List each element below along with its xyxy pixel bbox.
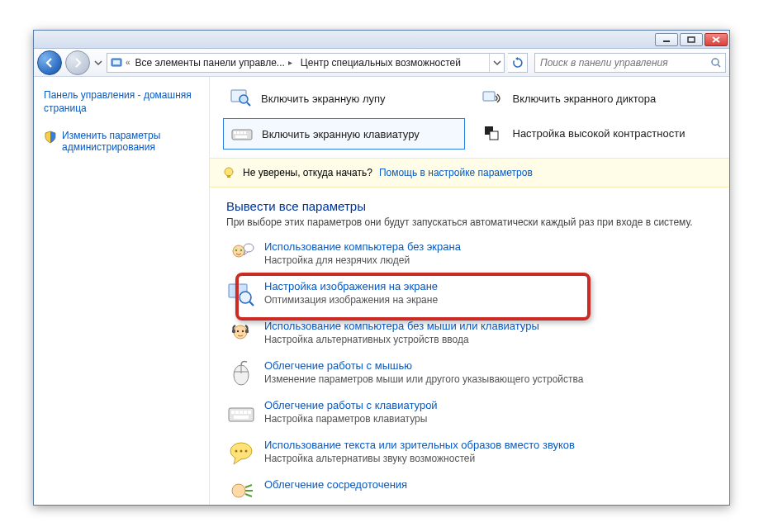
sidebar-item-admin[interactable]: Изменить параметры администрирования	[44, 130, 199, 153]
lightbulb-icon	[221, 165, 236, 180]
option-sounds: Использование текста или зрительных обра…	[226, 435, 713, 474]
svg-point-23	[235, 249, 237, 251]
svg-point-46	[240, 450, 243, 453]
option-link[interactable]: Использование текста или зрительных обра…	[264, 439, 575, 451]
option-link[interactable]: Настройка изображения на экране	[264, 280, 438, 292]
speech-bubble-icon	[226, 439, 256, 468]
svg-rect-5	[113, 60, 120, 64]
magnifier-icon	[230, 88, 253, 108]
svg-point-25	[244, 244, 254, 252]
help-link[interactable]: Помощь в настройке параметров	[379, 167, 533, 178]
svg-rect-11	[232, 130, 252, 140]
option-link[interactable]: Облегчение работы с клавиатурой	[264, 399, 438, 411]
quick-high-contrast[interactable]: Настройка высокой контрастности	[475, 118, 717, 148]
svg-rect-12	[234, 131, 236, 134]
option-desc: Настройка параметров клавиатуры	[264, 413, 438, 425]
mouse-icon	[226, 359, 256, 389]
help-bar: Не уверены, откуда начать? Помощь в наст…	[210, 158, 729, 188]
svg-rect-21	[227, 175, 230, 178]
svg-line-28	[249, 302, 254, 306]
option-desc: Оптимизация изображения на экране	[264, 294, 438, 306]
svg-rect-19	[490, 131, 498, 140]
option-link[interactable]: Облегчение работы с мышью	[264, 359, 583, 372]
breadcrumb-all-items[interactable]: Все элементы панели управле... ▸	[130, 54, 296, 72]
navbar: « Все элементы панели управле... ▸ Центр…	[34, 49, 729, 77]
section-subtext: При выборе этих параметров они будут зап…	[226, 216, 713, 228]
option-link[interactable]: Использование компьютера без мыши или кл…	[264, 320, 539, 332]
option-no-mouse-keyboard: Использование компьютера без мыши или кл…	[226, 316, 713, 355]
quick-access-row: Включить экранную лупу Включить экранную…	[210, 77, 729, 158]
body-area: Панель управления - домашняя страница Из…	[34, 77, 729, 505]
forward-button[interactable]	[65, 50, 90, 75]
svg-point-33	[242, 330, 244, 332]
option-mouse: Облегчение работы с мышью Изменение пара…	[226, 355, 713, 395]
chevron-right-icon: ▸	[288, 58, 292, 67]
breadcrumb-ease-of-access[interactable]: Центр специальных возможностей	[296, 54, 464, 72]
option-display: Настройка изображения на экране Оптимиза…	[226, 276, 713, 316]
sidebar-item-label: Изменить параметры администрирования	[62, 130, 199, 153]
svg-point-27	[240, 292, 251, 303]
breadcrumb-label: Центр специальных возможностей	[301, 57, 461, 69]
control-panel-window: « Все элементы панели управле... ▸ Центр…	[33, 30, 730, 506]
svg-point-9	[240, 95, 248, 103]
svg-rect-39	[235, 411, 239, 414]
svg-point-6	[712, 59, 719, 65]
search-icon	[707, 57, 725, 69]
svg-rect-37	[229, 408, 254, 421]
quick-label: Включить экранную клавиатуру	[262, 128, 420, 140]
minimize-button[interactable]	[655, 33, 678, 46]
contrast-icon	[481, 123, 505, 143]
option-desc: Изменение параметров мыши или другого ук…	[264, 373, 583, 385]
breadcrumb: « Все элементы панели управле... ▸ Центр…	[107, 53, 505, 73]
quick-onscreen-keyboard[interactable]: Включить экранную клавиатуру	[223, 118, 465, 150]
sidebar: Панель управления - домашняя страница Из…	[34, 77, 209, 505]
search-input[interactable]	[535, 57, 707, 69]
focus-icon	[226, 478, 256, 505]
search-box[interactable]	[534, 53, 726, 73]
person-talk-icon	[226, 240, 256, 270]
maximize-button[interactable]	[680, 33, 703, 46]
quick-label: Настройка высокой контрастности	[513, 127, 685, 140]
svg-line-10	[247, 102, 250, 106]
sidebar-home-link[interactable]: Панель управления - домашняя страница	[44, 88, 199, 115]
titlebar	[34, 31, 729, 49]
option-keyboard: Облегчение работы с клавиатурой Настройк…	[226, 395, 713, 435]
help-text: Не уверены, откуда начать?	[243, 167, 372, 178]
section-heading: Вывести все параметры	[226, 199, 713, 213]
breadcrumb-dropdown[interactable]	[489, 54, 504, 72]
option-link[interactable]: Облегчение сосредоточения	[264, 478, 407, 491]
refresh-button[interactable]	[508, 53, 528, 73]
person-headset-icon	[226, 320, 256, 349]
svg-point-45	[235, 450, 238, 453]
option-desc: Настройка для незрячих людей	[264, 254, 461, 266]
close-button[interactable]	[704, 33, 728, 46]
svg-rect-41	[244, 411, 247, 414]
keyboard-icon	[230, 124, 254, 144]
svg-line-7	[718, 64, 720, 67]
explore-all-section: Вывести все параметры При выборе этих па…	[210, 196, 729, 505]
narrator-icon	[481, 88, 505, 108]
svg-point-20	[225, 168, 233, 176]
nav-history-dropdown[interactable]	[93, 55, 103, 71]
quick-label: Включить экранного диктора	[513, 93, 657, 105]
svg-point-30	[232, 330, 235, 333]
quick-narrator[interactable]: Включить экранного диктора	[475, 83, 717, 113]
svg-point-31	[245, 330, 249, 333]
option-link[interactable]: Использование компьютера без экрана	[264, 240, 461, 253]
display-magnifier-icon	[226, 280, 256, 310]
breadcrumb-label: Все элементы панели управле...	[135, 57, 285, 69]
control-panel-icon	[107, 56, 126, 69]
quick-magnifier[interactable]: Включить экранную лупу	[223, 83, 465, 113]
svg-rect-1	[688, 37, 695, 42]
option-blind: Использование компьютера без экрана Наст…	[226, 236, 713, 276]
back-button[interactable]	[37, 50, 62, 75]
svg-rect-40	[240, 411, 243, 414]
svg-rect-13	[237, 131, 240, 134]
svg-point-47	[245, 450, 248, 453]
svg-rect-15	[244, 131, 246, 134]
option-desc: Настройка альтернативных устройств ввода	[264, 334, 539, 345]
svg-rect-43	[234, 416, 249, 419]
svg-rect-14	[240, 131, 243, 134]
svg-point-48	[232, 484, 245, 497]
svg-point-32	[237, 330, 239, 332]
